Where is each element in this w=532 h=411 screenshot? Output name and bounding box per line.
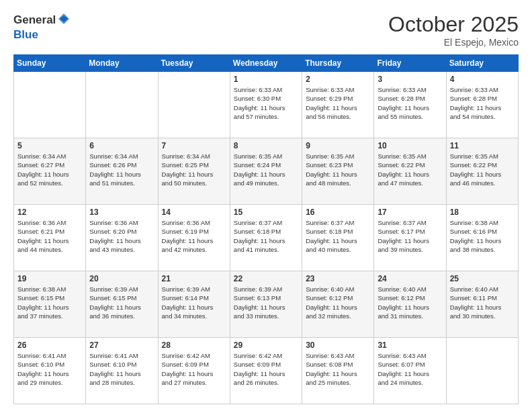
- day-number: 1: [234, 75, 298, 84]
- calendar-cell: 15Sunrise: 6:37 AM Sunset: 6:18 PM Dayli…: [230, 205, 302, 271]
- calendar-cell: [86, 72, 158, 138]
- day-info: Sunrise: 6:41 AM Sunset: 6:10 PM Dayligh…: [89, 351, 154, 387]
- day-info: Sunrise: 6:39 AM Sunset: 6:14 PM Dayligh…: [162, 285, 226, 320]
- day-number: 4: [450, 75, 515, 84]
- calendar-cell: 10Sunrise: 6:35 AM Sunset: 6:22 PM Dayli…: [374, 138, 446, 205]
- page: General Blue October 2025 El Espejo, Mex…: [0, 0, 532, 411]
- col-thursday: Thursday: [302, 55, 374, 72]
- calendar-cell: 24Sunrise: 6:40 AM Sunset: 6:12 PM Dayli…: [374, 271, 446, 338]
- calendar-cell: 28Sunrise: 6:42 AM Sunset: 6:09 PM Dayli…: [158, 338, 230, 404]
- calendar-cell: 29Sunrise: 6:42 AM Sunset: 6:09 PM Dayli…: [230, 338, 302, 404]
- day-number: 9: [306, 141, 370, 150]
- calendar-cell: 20Sunrise: 6:39 AM Sunset: 6:15 PM Dayli…: [86, 271, 158, 338]
- day-info: Sunrise: 6:35 AM Sunset: 6:23 PM Dayligh…: [306, 152, 370, 187]
- calendar-cell: 25Sunrise: 6:40 AM Sunset: 6:11 PM Dayli…: [446, 271, 518, 338]
- calendar-cell: 7Sunrise: 6:34 AM Sunset: 6:25 PM Daylig…: [158, 138, 230, 205]
- calendar-cell: 3Sunrise: 6:33 AM Sunset: 6:28 PM Daylig…: [374, 72, 446, 138]
- calendar-cell: 21Sunrise: 6:39 AM Sunset: 6:14 PM Dayli…: [158, 271, 230, 338]
- location: El Espejo, Mexico: [388, 37, 519, 48]
- month-title: October 2025: [388, 12, 519, 37]
- day-number: 2: [306, 75, 370, 84]
- calendar-week-0: 1Sunrise: 6:33 AM Sunset: 6:30 PM Daylig…: [14, 72, 519, 138]
- day-number: 17: [378, 208, 442, 217]
- day-info: Sunrise: 6:34 AM Sunset: 6:26 PM Dayligh…: [89, 152, 154, 187]
- calendar-header-row: Sunday Monday Tuesday Wednesday Thursday…: [14, 55, 519, 72]
- col-saturday: Saturday: [446, 55, 518, 72]
- day-number: 7: [162, 141, 226, 150]
- col-monday: Monday: [86, 55, 158, 72]
- day-number: 16: [306, 208, 370, 217]
- col-sunday: Sunday: [14, 55, 86, 72]
- day-number: 25: [450, 274, 515, 283]
- calendar-cell: 12Sunrise: 6:36 AM Sunset: 6:21 PM Dayli…: [14, 205, 86, 271]
- calendar-cell: 13Sunrise: 6:36 AM Sunset: 6:20 PM Dayli…: [86, 205, 158, 271]
- day-info: Sunrise: 6:38 AM Sunset: 6:16 PM Dayligh…: [450, 218, 515, 254]
- header: General Blue October 2025 El Espejo, Mex…: [13, 12, 519, 48]
- day-info: Sunrise: 6:40 AM Sunset: 6:11 PM Dayligh…: [450, 285, 515, 320]
- day-number: 12: [17, 208, 82, 217]
- day-info: Sunrise: 6:42 AM Sunset: 6:09 PM Dayligh…: [234, 351, 298, 387]
- day-info: Sunrise: 6:36 AM Sunset: 6:21 PM Dayligh…: [17, 218, 82, 254]
- day-number: 6: [89, 141, 154, 150]
- day-info: Sunrise: 6:43 AM Sunset: 6:08 PM Dayligh…: [306, 351, 370, 387]
- day-number: 11: [450, 141, 515, 150]
- day-info: Sunrise: 6:38 AM Sunset: 6:15 PM Dayligh…: [17, 285, 82, 320]
- logo: General Blue: [13, 12, 71, 41]
- day-number: 23: [306, 274, 370, 283]
- day-number: 5: [17, 141, 82, 150]
- day-number: 24: [378, 274, 442, 283]
- calendar-cell: 5Sunrise: 6:34 AM Sunset: 6:27 PM Daylig…: [14, 138, 86, 205]
- calendar-cell: 17Sunrise: 6:37 AM Sunset: 6:17 PM Dayli…: [374, 205, 446, 271]
- title-block: October 2025 El Espejo, Mexico: [388, 12, 519, 48]
- col-friday: Friday: [374, 55, 446, 72]
- calendar-cell: 30Sunrise: 6:43 AM Sunset: 6:08 PM Dayli…: [302, 338, 374, 404]
- calendar-cell: 19Sunrise: 6:38 AM Sunset: 6:15 PM Dayli…: [14, 271, 86, 338]
- calendar-cell: 6Sunrise: 6:34 AM Sunset: 6:26 PM Daylig…: [86, 138, 158, 205]
- day-number: 30: [306, 340, 370, 350]
- calendar-cell: 4Sunrise: 6:33 AM Sunset: 6:28 PM Daylig…: [446, 72, 518, 138]
- day-info: Sunrise: 6:33 AM Sunset: 6:28 PM Dayligh…: [450, 85, 515, 121]
- day-info: Sunrise: 6:35 AM Sunset: 6:22 PM Dayligh…: [378, 152, 442, 187]
- day-number: 13: [89, 208, 154, 217]
- day-info: Sunrise: 6:33 AM Sunset: 6:29 PM Dayligh…: [306, 85, 370, 121]
- logo-general: General: [13, 12, 71, 29]
- day-info: Sunrise: 6:37 AM Sunset: 6:18 PM Dayligh…: [306, 218, 370, 254]
- day-info: Sunrise: 6:43 AM Sunset: 6:07 PM Dayligh…: [378, 351, 442, 387]
- day-info: Sunrise: 6:37 AM Sunset: 6:18 PM Dayligh…: [234, 218, 298, 254]
- col-tuesday: Tuesday: [158, 55, 230, 72]
- logo-icon: [57, 12, 71, 26]
- day-info: Sunrise: 6:35 AM Sunset: 6:22 PM Dayligh…: [450, 152, 515, 187]
- day-number: 22: [234, 274, 298, 283]
- calendar-cell: 16Sunrise: 6:37 AM Sunset: 6:18 PM Dayli…: [302, 205, 374, 271]
- day-number: 15: [234, 208, 298, 217]
- calendar-cell: 8Sunrise: 6:35 AM Sunset: 6:24 PM Daylig…: [230, 138, 302, 205]
- day-number: 31: [378, 340, 442, 350]
- day-info: Sunrise: 6:40 AM Sunset: 6:12 PM Dayligh…: [306, 285, 370, 320]
- day-number: 28: [162, 340, 226, 350]
- col-wednesday: Wednesday: [230, 55, 302, 72]
- calendar-week-2: 12Sunrise: 6:36 AM Sunset: 6:21 PM Dayli…: [14, 205, 519, 271]
- day-info: Sunrise: 6:39 AM Sunset: 6:13 PM Dayligh…: [234, 285, 298, 320]
- calendar-cell: 14Sunrise: 6:36 AM Sunset: 6:19 PM Dayli…: [158, 205, 230, 271]
- day-number: 10: [378, 141, 442, 150]
- logo-blue: Blue: [13, 29, 71, 42]
- day-info: Sunrise: 6:35 AM Sunset: 6:24 PM Dayligh…: [234, 152, 298, 187]
- calendar-cell: [14, 72, 86, 138]
- day-number: 20: [89, 274, 154, 283]
- calendar-cell: 2Sunrise: 6:33 AM Sunset: 6:29 PM Daylig…: [302, 72, 374, 138]
- calendar-cell: 23Sunrise: 6:40 AM Sunset: 6:12 PM Dayli…: [302, 271, 374, 338]
- day-number: 3: [378, 75, 442, 84]
- day-info: Sunrise: 6:36 AM Sunset: 6:19 PM Dayligh…: [162, 218, 226, 254]
- day-info: Sunrise: 6:39 AM Sunset: 6:15 PM Dayligh…: [89, 285, 154, 320]
- day-number: 18: [450, 208, 515, 217]
- calendar-cell: 31Sunrise: 6:43 AM Sunset: 6:07 PM Dayli…: [374, 338, 446, 404]
- calendar-cell: [158, 72, 230, 138]
- day-info: Sunrise: 6:33 AM Sunset: 6:28 PM Dayligh…: [378, 85, 442, 121]
- calendar-week-4: 26Sunrise: 6:41 AM Sunset: 6:10 PM Dayli…: [14, 338, 519, 404]
- calendar-cell: 1Sunrise: 6:33 AM Sunset: 6:30 PM Daylig…: [230, 72, 302, 138]
- calendar-cell: 22Sunrise: 6:39 AM Sunset: 6:13 PM Dayli…: [230, 271, 302, 338]
- day-number: 19: [17, 274, 82, 283]
- calendar-cell: 27Sunrise: 6:41 AM Sunset: 6:10 PM Dayli…: [86, 338, 158, 404]
- day-number: 8: [234, 141, 298, 150]
- day-number: 27: [89, 340, 154, 350]
